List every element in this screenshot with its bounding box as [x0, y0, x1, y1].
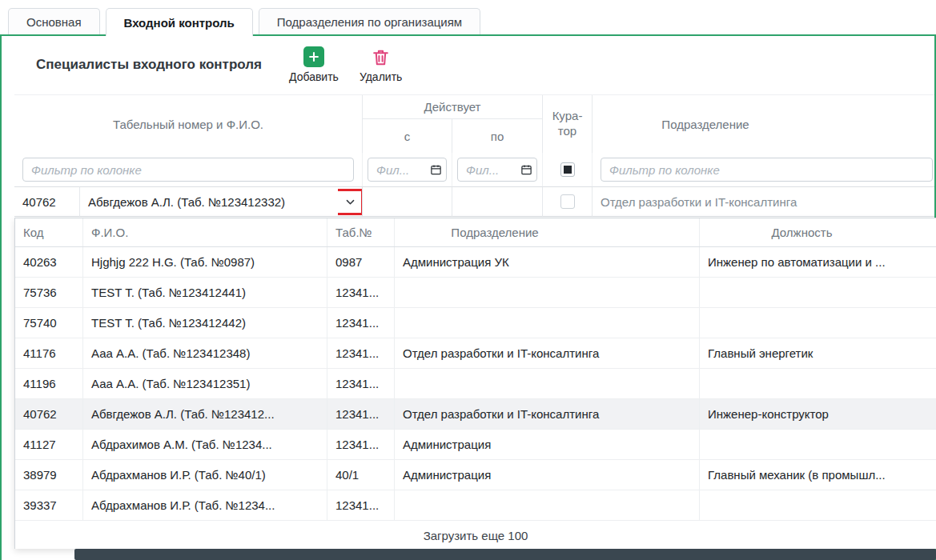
add-button-label: Добавить [289, 70, 339, 83]
column-header-employee: Табельный номер и Ф.И.О. [14, 95, 363, 153]
edit-row-department-cell: Отдел разработки и IT-консалтинга [593, 186, 934, 217]
curator-filter-checkbox[interactable] [560, 162, 575, 177]
load-more-button[interactable]: Загрузить еще 100 [15, 521, 936, 549]
delete-button[interactable]: Удалить [360, 47, 402, 83]
dropdown-row[interactable]: 38979 Абдрахманов И.Р. (Таб. №40/1) 40/1… [15, 460, 936, 490]
delete-button-label: Удалить [360, 70, 402, 83]
dropdown-header-department: Подразделение [395, 218, 700, 246]
curator-checkbox[interactable] [560, 194, 575, 209]
cell-department [395, 490, 700, 520]
tab-main[interactable]: Основная [8, 8, 100, 34]
cell-position: Инженер-конструктор [700, 399, 936, 429]
cell-code: 38979 [15, 460, 83, 490]
cell-code: 40762 [15, 399, 83, 429]
tab-incoming-control[interactable]: Входной контроль [106, 8, 253, 36]
cell-code: 41176 [15, 338, 83, 368]
cell-code: 41196 [15, 369, 83, 398]
cell-department: Администрация УК [395, 247, 700, 277]
specialists-grid: Табельный номер и Ф.И.О. Действует с по … [14, 94, 934, 217]
cell-tab: 12341... [327, 338, 395, 368]
panel-title: Специалисты входного контроля [36, 57, 262, 73]
dropdown-header-name: Ф.И.О. [83, 218, 327, 246]
dropdown-row[interactable]: 41127 Абдрахимов А.М. (Таб. №1234... 123… [15, 430, 936, 460]
dropdown-row[interactable]: 75736 TEST Т. (Таб. №123412441) 12341... [15, 278, 936, 308]
cell-name: Абвгдежов А.Л. (Таб. №123412... [83, 399, 327, 429]
column-header-curator: Кура- тор [543, 95, 593, 153]
cell-tab: 40/1 [327, 460, 395, 490]
cell-position [700, 430, 936, 459]
cell-tab: 12341... [327, 369, 395, 398]
cell-position [700, 308, 936, 338]
cell-name: Абдрахманов И.Р. (Таб. №1234... [83, 490, 327, 520]
cell-name: TEST Т. (Таб. №123412442) [83, 308, 327, 338]
filter-cell-department [593, 153, 934, 186]
cell-code: 40263 [15, 247, 83, 277]
tab-main-label: Основная [26, 15, 82, 29]
cell-name: TEST Т. (Таб. №123412441) [83, 278, 327, 307]
column-header-to: по [452, 119, 543, 153]
calendar-icon[interactable] [430, 164, 442, 176]
cell-department: Отдел разработки и IT-консалтинга [395, 338, 700, 368]
dropdown-row[interactable]: 75740 TEST Т. (Таб. №123412442) 12341... [15, 308, 936, 338]
cell-code: 41127 [15, 430, 83, 459]
tab-incoming-control-label: Входной контроль [124, 16, 235, 30]
cell-name: Hjghjg 222 H.G. (Таб. №0987) [83, 247, 327, 277]
plus-icon [303, 46, 324, 67]
horizontal-scrollbar[interactable] [74, 549, 936, 560]
cell-name: Абдрахманов И.Р. (Таб. №40/1) [83, 460, 327, 490]
filter-cell-employee [14, 153, 363, 186]
cell-tab: 12341... [327, 490, 395, 520]
cell-department: Администрация [395, 460, 700, 490]
filter-cell-to [452, 153, 543, 186]
edit-row-code-cell[interactable]: 40762 [14, 186, 80, 217]
dropdown-header-code: Код [15, 218, 83, 246]
edit-row-from-cell[interactable] [363, 186, 452, 217]
dropdown-row[interactable]: 40263 Hjghjg 222 H.G. (Таб. №0987) 0987 … [15, 247, 936, 278]
cell-position: Главный энергетик [700, 338, 936, 368]
calendar-icon[interactable] [520, 164, 532, 176]
cell-department: Отдел разработки и IT-консалтинга [395, 399, 700, 429]
edit-row-dropdown-cell [338, 186, 363, 217]
tab-departments-by-org[interactable]: Подразделения по организациям [259, 8, 480, 34]
dropdown-row[interactable]: 39337 Абдрахманов И.Р. (Таб. №1234... 12… [15, 490, 936, 521]
cell-name: Ааа А.А. (Таб. №123412348) [83, 338, 327, 368]
cell-tab: 12341... [327, 430, 395, 459]
cell-position [700, 490, 936, 520]
filter-cell-from [363, 153, 452, 186]
cell-department [395, 278, 700, 307]
cell-position [700, 369, 936, 398]
cell-tab: 0987 [327, 247, 395, 277]
employee-dropdown-button[interactable] [338, 187, 362, 216]
cell-position: Главный механик (в промышл... [700, 460, 936, 490]
edit-row-to-cell[interactable] [452, 186, 543, 217]
cell-department [395, 369, 700, 398]
employee-filter-input[interactable] [22, 158, 354, 182]
panel-toolbar: Специалисты входного контроля Добавить У… [36, 46, 402, 83]
cell-tab: 12341... [327, 278, 395, 307]
cell-position: Инженер по автоматизации и ... [700, 247, 936, 277]
filter-cell-curator [543, 153, 593, 186]
tab-bar: Основная Входной контроль Подразделения … [8, 8, 486, 36]
cell-tab: 12341... [327, 399, 395, 429]
cell-code: 75736 [15, 278, 83, 307]
department-filter-input[interactable] [601, 158, 933, 182]
cell-tab: 12341... [327, 308, 395, 338]
curator-header-line1: Кура- [552, 109, 583, 124]
curator-header-line2: тор [558, 124, 576, 139]
chevron-down-icon [344, 196, 356, 208]
dropdown-header-tab: Таб.№ [327, 218, 395, 246]
cell-department [395, 308, 700, 338]
dropdown-row-selected[interactable]: 40762 Абвгдежов А.Л. (Таб. №123412... 12… [15, 399, 936, 430]
dropdown-row[interactable]: 41196 Ааа А.А. (Таб. №123412351) 12341..… [15, 369, 936, 399]
dropdown-header-row: Код Ф.И.О. Таб.№ Подразделение Должность [15, 218, 936, 247]
dropdown-row[interactable]: 41176 Ааа А.А. (Таб. №123412348) 12341..… [15, 338, 936, 369]
column-header-active-group: Действует [363, 95, 543, 119]
cell-position [700, 278, 936, 307]
tab-departments-by-org-label: Подразделения по организациям [277, 15, 462, 29]
edit-row-employee-cell[interactable]: Абвгдежов А.Л. (Таб. №123412332) [80, 186, 338, 217]
dropdown-header-position: Должность [700, 218, 936, 246]
cell-department: Администрация [395, 430, 700, 459]
column-header-department: Подразделение [593, 95, 934, 153]
add-button[interactable]: Добавить [289, 46, 339, 83]
checkbox-indeterminate-mark [564, 166, 572, 174]
